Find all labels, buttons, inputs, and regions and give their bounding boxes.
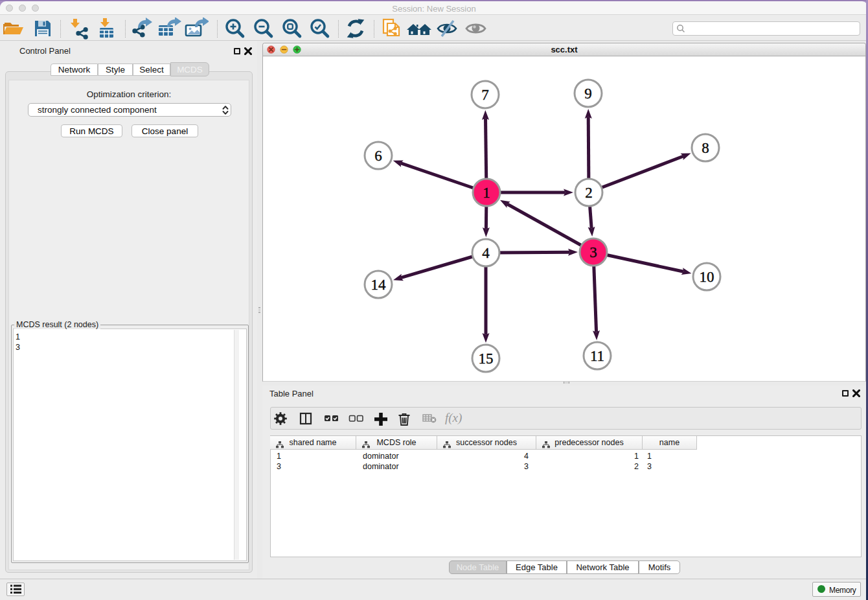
svg-text:3: 3	[589, 244, 597, 260]
svg-text:8: 8	[702, 140, 709, 156]
svg-text:10: 10	[700, 269, 714, 285]
svg-text:6: 6	[374, 148, 382, 164]
svg-text:15: 15	[479, 351, 494, 367]
svg-text:9: 9	[584, 86, 592, 102]
svg-text:1: 1	[483, 185, 490, 201]
svg-text:14: 14	[371, 277, 387, 293]
svg-text:2: 2	[585, 185, 593, 201]
svg-text:11: 11	[590, 348, 604, 364]
svg-text:7: 7	[481, 87, 489, 103]
svg-text:4: 4	[482, 245, 490, 261]
